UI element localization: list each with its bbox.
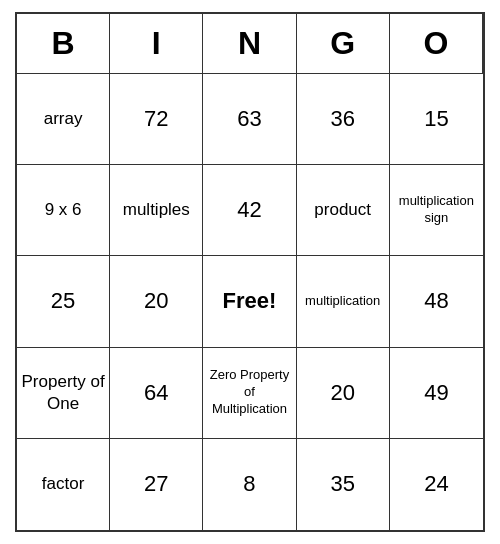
cell-r1c1: array — [17, 74, 110, 165]
cell-r4c3: Zero Property of Multiplication — [203, 348, 296, 439]
cell-r3c4: multiplication — [297, 256, 390, 347]
header-o: O — [390, 14, 483, 74]
cell-r2c5: multiplication sign — [390, 165, 483, 256]
cell-r4c5: 49 — [390, 348, 483, 439]
cell-r4c4: 20 — [297, 348, 390, 439]
bingo-card: B I N G O array 72 63 36 15 9 x 6 multip… — [15, 12, 485, 532]
cell-r5c5: 24 — [390, 439, 483, 530]
cell-r3c3-free: Free! — [203, 256, 296, 347]
cell-r2c4: product — [297, 165, 390, 256]
cell-r3c1: 25 — [17, 256, 110, 347]
cell-r5c3: 8 — [203, 439, 296, 530]
header-g: G — [297, 14, 390, 74]
cell-r4c1: Property of One — [17, 348, 110, 439]
cell-r1c3: 63 — [203, 74, 296, 165]
cell-r1c5: 15 — [390, 74, 483, 165]
cell-r3c2: 20 — [110, 256, 203, 347]
cell-r2c1: 9 x 6 — [17, 165, 110, 256]
cell-r1c2: 72 — [110, 74, 203, 165]
cell-r5c2: 27 — [110, 439, 203, 530]
cell-r3c5: 48 — [390, 256, 483, 347]
cell-r5c4: 35 — [297, 439, 390, 530]
cell-r1c4: 36 — [297, 74, 390, 165]
header-i: I — [110, 14, 203, 74]
header-b: B — [17, 14, 110, 74]
cell-r4c2: 64 — [110, 348, 203, 439]
header-n: N — [203, 14, 296, 74]
cell-r5c1: factor — [17, 439, 110, 530]
cell-r2c2: multiples — [110, 165, 203, 256]
cell-r2c3: 42 — [203, 165, 296, 256]
